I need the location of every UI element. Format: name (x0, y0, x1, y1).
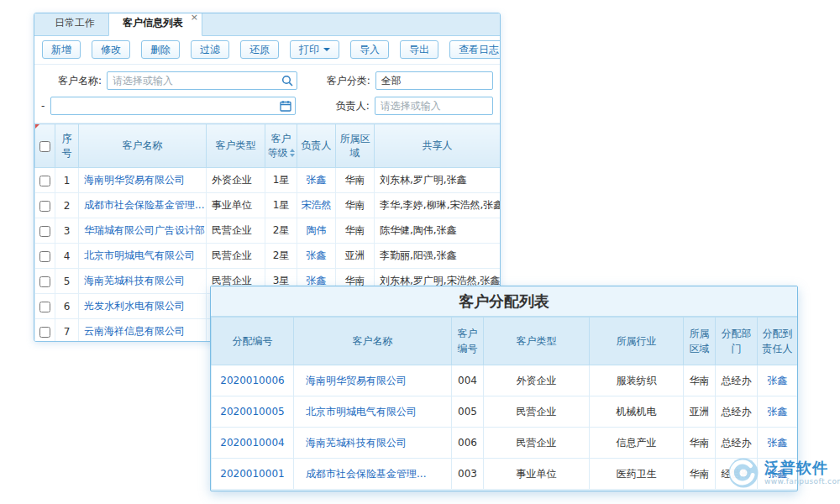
owner-link[interactable]: 陶伟 (307, 224, 327, 236)
table-row[interactable]: 1 海南明华贸易有限公司 外资企业 1星 张鑫 华南 刘东林,罗广明,张鑫 (35, 168, 501, 193)
calendar-icon[interactable] (280, 100, 291, 112)
assignee-link[interactable]: 张鑫 (768, 406, 788, 417)
table-row[interactable]: 4 北京市明城电气有限公司 民营企业 2星 张鑫 亚洲 李勤丽,阳强,张鑫 (35, 244, 501, 269)
owner-link[interactable]: 张鑫 (307, 275, 327, 286)
allocation-row[interactable]: 2020010001 成都市社会保险基金管理... 003 事业单位 医药卫生 … (212, 459, 798, 490)
modify-button[interactable]: 修改 (92, 40, 130, 59)
table-row[interactable]: 3 华瑞城有限公司广告设计部 民营企业 2星 陶伟 华南 陈华健,陶伟,张鑫 (35, 218, 501, 244)
cell-cust-no: 004 (452, 365, 484, 396)
fanpu-logo-icon (727, 457, 759, 489)
owner-link[interactable]: 张鑫 (307, 174, 327, 186)
cell-level: 1星 (265, 193, 297, 218)
customer-name-link[interactable]: 成都市社会保险基金管理... (306, 468, 426, 480)
delete-button[interactable]: 删除 (141, 40, 180, 59)
cell-no: 5 (55, 269, 79, 294)
customer-name-label: 客户名称: (41, 74, 102, 88)
col-header-shared[interactable]: 共享人 (375, 124, 501, 168)
cell-dept: 总经办 (716, 428, 758, 459)
cell-type: 民营企业 (207, 218, 265, 244)
col-header-owner[interactable]: 负责人 (297, 124, 336, 168)
col-header-region[interactable]: 所属区域 (684, 318, 716, 365)
row-checkbox[interactable] (39, 201, 50, 212)
cell-cust-no: 003 (452, 459, 484, 490)
row-checkbox[interactable] (39, 226, 50, 237)
cell-no: 7 (55, 319, 79, 343)
tab-daily-work[interactable]: 日常工作 (41, 13, 108, 35)
customer-name-link[interactable]: 海南芜城科技有限公司 (84, 275, 185, 286)
cell-no: 1 (55, 168, 79, 193)
row-checkbox[interactable] (39, 251, 50, 262)
filter-area: 客户名称: 客户分类: - (34, 65, 500, 123)
row-checkbox[interactable] (39, 327, 50, 338)
view-log-button[interactable]: 查看日志 (449, 40, 501, 59)
tab-bar: 日常工作 客户信息列表 × (34, 13, 500, 36)
cell-industry: 服装纺织 (590, 365, 684, 396)
sort-icon[interactable] (290, 149, 295, 157)
customer-name-link[interactable]: 海南明华贸易有限公司 (306, 375, 407, 386)
col-header-alloc-no[interactable]: 分配编号 (212, 318, 294, 365)
col-header-name[interactable]: 客户名称 (79, 124, 207, 168)
col-header-region[interactable]: 所属区域 (336, 124, 375, 168)
table-header-row: 序号 客户名称 客户类型 客户等级 负责人 所属区域 共享人 (35, 124, 501, 168)
filter-row-1: 客户名称: 客户分类: (41, 71, 493, 90)
customer-name-link[interactable]: 北京市明城电气有限公司 (84, 249, 195, 261)
customer-name-link[interactable]: 华瑞城有限公司广告设计部 (84, 224, 205, 236)
cell-region: 华南 (336, 168, 375, 193)
allocation-row[interactable]: 2020010004 海南芜城科技有限公司 006 民营企业 信息产业 华南 总… (212, 428, 798, 459)
col-header-assignee[interactable]: 分配到责任人 (758, 318, 798, 365)
customer-name-link[interactable]: 海南明华贸易有限公司 (84, 174, 185, 186)
assignee-link[interactable]: 张鑫 (768, 375, 788, 386)
import-button[interactable]: 导入 (350, 40, 389, 59)
date-input-wrap (50, 97, 296, 115)
row-checkbox[interactable] (39, 302, 50, 312)
filter-row-2: - 负责人: (41, 97, 493, 115)
row-checkbox[interactable] (39, 276, 50, 287)
col-header-type[interactable]: 客户类型 (207, 124, 265, 168)
add-button[interactable]: 新增 (42, 40, 81, 59)
customer-name-link[interactable]: 光发水利水电有限公司 (84, 300, 185, 312)
tab-customer-info-list[interactable]: 客户信息列表 × (108, 13, 202, 36)
col-header-type[interactable]: 客户类型 (484, 318, 590, 365)
close-tab-icon[interactable]: × (191, 13, 198, 22)
print-label: 打印 (299, 43, 319, 57)
alloc-no-link[interactable]: 2020010005 (220, 406, 284, 417)
col-header-cust-no[interactable]: 客户编号 (452, 318, 484, 365)
owner-link[interactable]: 宋浩然 (302, 199, 332, 211)
print-button[interactable]: 打印 (290, 40, 339, 59)
select-all-checkbox[interactable] (39, 141, 50, 152)
cell-dept: 总经办 (716, 365, 758, 396)
customer-name-link[interactable]: 云南海祥信息有限公司 (84, 325, 185, 337)
customer-category-input[interactable] (375, 71, 493, 90)
header-corner-mark (35, 124, 39, 129)
row-checkbox[interactable] (39, 176, 50, 186)
alloc-no-link[interactable]: 2020010006 (220, 375, 284, 386)
customer-name-link[interactable]: 成都市社会保险基金管理... (84, 199, 204, 211)
customer-name-link[interactable]: 海南芜城科技有限公司 (306, 437, 407, 449)
customer-name-link[interactable]: 北京市明城电气有限公司 (306, 406, 417, 417)
alloc-no-link[interactable]: 2020010004 (220, 437, 284, 449)
col-header-level[interactable]: 客户等级 (265, 124, 297, 168)
allocation-panel-title: 客户分配列表 (211, 286, 797, 317)
allocation-row[interactable]: 2020010006 海南明华贸易有限公司 004 外资企业 服装纺织 华南 总… (212, 365, 798, 396)
cell-shared: 李华,李婷,柳琳,宋浩然,张鑫 (375, 193, 501, 218)
cell-industry: 医药卫生 (590, 459, 684, 490)
col-header-customer-name[interactable]: 客户名称 (294, 318, 452, 365)
alloc-no-link[interactable]: 2020010001 (220, 468, 284, 480)
allocation-row[interactable]: 2020010005 北京市明城电气有限公司 005 民营企业 机械机电 亚洲 … (212, 396, 798, 428)
cell-type: 外资企业 (207, 168, 265, 193)
assignee-link[interactable]: 张鑫 (768, 437, 788, 449)
owner-input[interactable] (375, 97, 493, 115)
col-header-no[interactable]: 序号 (55, 124, 79, 168)
date-input[interactable] (50, 97, 296, 115)
owner-link[interactable]: 张鑫 (307, 249, 327, 261)
table-row[interactable]: 2 成都市社会保险基金管理... 事业单位 1星 宋浩然 华南 李华,李婷,柳琳… (35, 193, 501, 218)
filter-button[interactable]: 过滤 (191, 40, 229, 59)
cell-cust-no: 005 (452, 396, 484, 428)
col-header-industry[interactable]: 所属行业 (590, 318, 684, 365)
caret-down-icon (323, 48, 330, 51)
search-icon[interactable] (281, 75, 293, 87)
col-header-dept[interactable]: 分配部门 (716, 318, 758, 365)
restore-button[interactable]: 还原 (240, 40, 279, 59)
customer-name-input[interactable] (107, 71, 297, 90)
export-button[interactable]: 导出 (400, 40, 438, 59)
